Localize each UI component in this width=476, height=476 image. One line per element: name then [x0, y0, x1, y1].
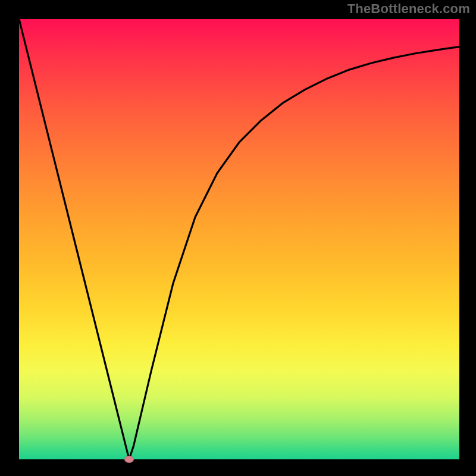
- curve-svg: [19, 19, 459, 459]
- chart-frame: TheBottleneck.com: [0, 0, 476, 476]
- attribution-text: TheBottleneck.com: [347, 1, 470, 17]
- chart-plot-area: [19, 19, 459, 459]
- bottleneck-marker: [124, 456, 134, 463]
- bottleneck-curve: [19, 19, 459, 459]
